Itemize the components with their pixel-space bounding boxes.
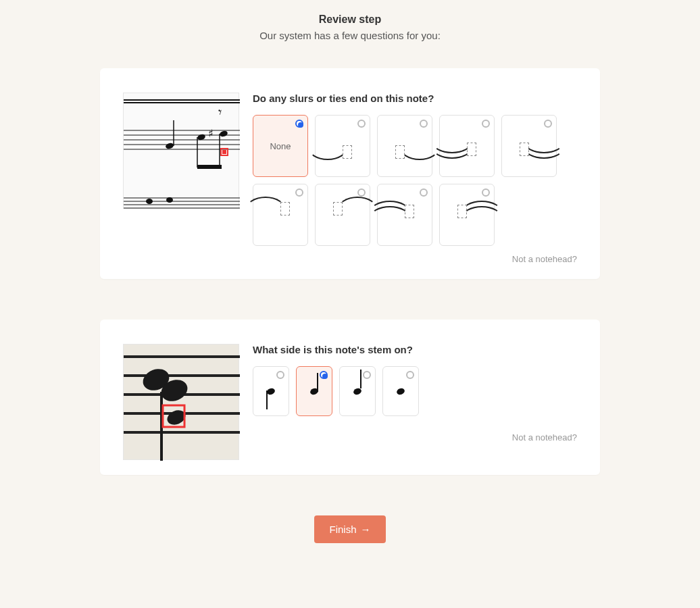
svg-text:♯: ♯ [208, 128, 214, 139]
radio-icon [544, 120, 552, 128]
arrow-right-icon: → [361, 524, 371, 535]
finish-wrapper: Finish → [0, 515, 700, 543]
finish-label: Finish [329, 524, 356, 535]
radio-icon [406, 371, 414, 379]
svg-text:𝄾: 𝄾 [218, 109, 222, 115]
radio-icon [295, 188, 303, 197]
finish-button[interactable]: Finish → [314, 515, 385, 543]
page-title: Review step [0, 14, 700, 26]
note-glyph [267, 388, 275, 395]
score-thumbnail-1: ♯ 𝄾 [123, 93, 239, 209]
option-label: None [270, 141, 291, 151]
option-none[interactable]: None [253, 115, 308, 177]
option-slur-1-start[interactable] [377, 115, 432, 177]
slur-glyph [322, 129, 363, 163]
option-slur-1-end[interactable] [315, 115, 370, 177]
radio-icon [482, 120, 490, 128]
score-thumbnail-2 [123, 344, 239, 460]
radio-icon [295, 120, 303, 128]
radio-icon [357, 188, 366, 197]
radio-icon [482, 188, 490, 197]
options-stem [253, 366, 577, 416]
option-slur-1-end-under[interactable] [253, 184, 308, 246]
option-stem-right-up[interactable] [253, 366, 289, 416]
slur-glyph [260, 198, 301, 232]
svg-point-21 [166, 197, 173, 203]
svg-point-11 [165, 142, 174, 149]
radio-icon [420, 120, 428, 128]
radio-icon [363, 371, 371, 379]
options-slurs: None [253, 115, 577, 246]
radio-icon [320, 371, 328, 379]
question-text-slurs: Do any slurs or ties end on this note? [253, 93, 577, 104]
note-glyph [397, 388, 405, 395]
note-glyph [353, 388, 361, 395]
radio-icon [357, 120, 366, 128]
note-glyph [310, 388, 318, 395]
option-slur-2-end-under[interactable] [377, 184, 432, 246]
slur-glyph [447, 198, 487, 232]
not-notehead-link[interactable]: Not a notehead? [253, 432, 577, 442]
option-slur-2-end[interactable] [439, 115, 495, 177]
slur-glyph [322, 198, 363, 232]
slur-glyph [384, 129, 425, 163]
option-slur-2-start-under[interactable] [439, 184, 495, 246]
question-text-stem: What side is this note's stem on? [253, 344, 577, 355]
radio-icon [276, 371, 284, 379]
page-subtitle: Our system has a few questions for you: [0, 30, 700, 41]
svg-point-20 [146, 199, 153, 204]
option-no-stem[interactable] [382, 366, 419, 416]
option-slur-1-start-under[interactable] [315, 184, 370, 246]
not-notehead-link[interactable]: Not a notehead? [253, 254, 577, 264]
svg-rect-23 [222, 150, 226, 154]
option-slur-2-start[interactable] [501, 115, 557, 177]
radio-icon [420, 188, 428, 197]
svg-rect-19 [197, 165, 222, 169]
slur-glyph [447, 129, 487, 163]
option-stem-right-up-hollow[interactable] [339, 366, 376, 416]
option-stem-left-down[interactable] [296, 366, 332, 416]
page-header: Review step Our system has a few questio… [0, 0, 700, 68]
question-card-stem: What side is this note's stem on? [100, 320, 600, 475]
slur-glyph [509, 129, 549, 163]
question-card-slurs: ♯ 𝄾 Do any slurs or ties end on this not… [100, 68, 600, 279]
slur-glyph [384, 198, 425, 232]
svg-point-16 [219, 130, 228, 137]
